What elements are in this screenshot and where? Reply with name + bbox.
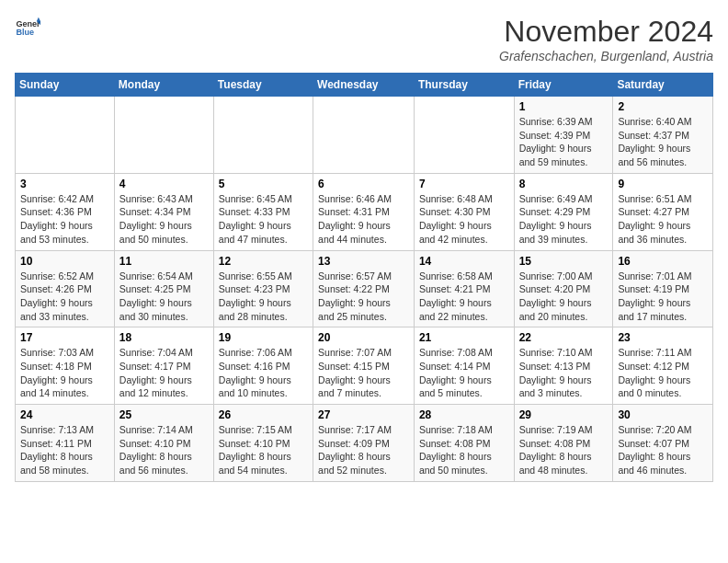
week-row-4: 17Sunrise: 7:03 AM Sunset: 4:18 PM Dayli… <box>16 327 713 405</box>
day-cell: 17Sunrise: 7:03 AM Sunset: 4:18 PM Dayli… <box>16 327 115 405</box>
day-cell: 16Sunrise: 7:01 AM Sunset: 4:19 PM Dayli… <box>613 250 713 327</box>
day-cell: 4Sunrise: 6:43 AM Sunset: 4:34 PM Daylig… <box>114 173 213 250</box>
day-number: 18 <box>119 331 209 344</box>
day-cell: 28Sunrise: 7:18 AM Sunset: 4:08 PM Dayli… <box>414 405 514 482</box>
day-cell: 8Sunrise: 6:49 AM Sunset: 4:29 PM Daylig… <box>514 173 613 250</box>
day-cell <box>114 97 213 174</box>
day-number: 25 <box>119 408 209 421</box>
day-number: 4 <box>119 178 209 190</box>
day-info: Sunrise: 6:55 AM Sunset: 4:23 PM Dayligh… <box>219 270 308 324</box>
day-cell: 15Sunrise: 7:00 AM Sunset: 4:20 PM Dayli… <box>514 250 613 327</box>
day-cell: 9Sunrise: 6:51 AM Sunset: 4:27 PM Daylig… <box>613 173 713 250</box>
day-number: 9 <box>618 178 708 190</box>
page-header: General Blue November 2024 Grafenschache… <box>15 15 713 63</box>
day-cell <box>414 97 514 174</box>
day-number: 19 <box>219 331 308 344</box>
day-cell <box>16 97 115 174</box>
svg-text:Blue: Blue <box>16 28 34 37</box>
day-number: 17 <box>20 331 109 344</box>
day-info: Sunrise: 6:49 AM Sunset: 4:29 PM Dayligh… <box>519 192 609 247</box>
day-info: Sunrise: 7:00 AM Sunset: 4:20 PM Dayligh… <box>519 270 609 324</box>
day-number: 1 <box>519 100 609 113</box>
day-cell: 27Sunrise: 7:17 AM Sunset: 4:09 PM Dayli… <box>313 405 415 482</box>
location: Grafenschachen, Burgenland, Austria <box>499 49 713 63</box>
weekday-header-monday: Monday <box>114 74 213 97</box>
day-cell: 24Sunrise: 7:13 AM Sunset: 4:11 PM Dayli… <box>16 405 115 482</box>
day-number: 11 <box>119 255 209 268</box>
day-cell: 2Sunrise: 6:40 AM Sunset: 4:37 PM Daylig… <box>613 97 713 174</box>
day-cell: 1Sunrise: 6:39 AM Sunset: 4:39 PM Daylig… <box>514 97 613 174</box>
day-info: Sunrise: 7:10 AM Sunset: 4:13 PM Dayligh… <box>519 346 609 400</box>
day-info: Sunrise: 6:40 AM Sunset: 4:37 PM Dayligh… <box>618 115 708 169</box>
day-number: 12 <box>219 255 308 268</box>
day-cell <box>313 97 415 174</box>
day-cell: 18Sunrise: 7:04 AM Sunset: 4:17 PM Dayli… <box>114 327 213 405</box>
day-number: 22 <box>519 331 609 344</box>
day-info: Sunrise: 7:18 AM Sunset: 4:08 PM Dayligh… <box>419 423 509 477</box>
weekday-header-friday: Friday <box>514 74 613 97</box>
day-info: Sunrise: 6:46 AM Sunset: 4:31 PM Dayligh… <box>318 192 409 247</box>
weekday-header-row: SundayMondayTuesdayWednesdayThursdayFrid… <box>16 74 713 97</box>
day-cell: 25Sunrise: 7:14 AM Sunset: 4:10 PM Dayli… <box>114 405 213 482</box>
day-cell: 22Sunrise: 7:10 AM Sunset: 4:13 PM Dayli… <box>514 327 613 405</box>
logo-icon: General Blue <box>15 15 40 40</box>
day-number: 29 <box>519 408 609 421</box>
day-cell: 13Sunrise: 6:57 AM Sunset: 4:22 PM Dayli… <box>313 250 415 327</box>
day-cell: 19Sunrise: 7:06 AM Sunset: 4:16 PM Dayli… <box>213 327 313 405</box>
day-cell: 26Sunrise: 7:15 AM Sunset: 4:10 PM Dayli… <box>213 405 313 482</box>
day-info: Sunrise: 6:54 AM Sunset: 4:25 PM Dayligh… <box>119 270 209 324</box>
day-info: Sunrise: 7:06 AM Sunset: 4:16 PM Dayligh… <box>219 346 308 400</box>
weekday-header-thursday: Thursday <box>414 74 514 97</box>
week-row-3: 10Sunrise: 6:52 AM Sunset: 4:26 PM Dayli… <box>16 250 713 327</box>
day-info: Sunrise: 6:39 AM Sunset: 4:39 PM Dayligh… <box>519 115 609 169</box>
day-cell: 6Sunrise: 6:46 AM Sunset: 4:31 PM Daylig… <box>313 173 415 250</box>
day-number: 10 <box>20 255 109 268</box>
day-number: 23 <box>618 331 708 344</box>
day-info: Sunrise: 7:07 AM Sunset: 4:15 PM Dayligh… <box>318 346 409 400</box>
day-info: Sunrise: 7:14 AM Sunset: 4:10 PM Dayligh… <box>119 423 209 477</box>
day-cell: 12Sunrise: 6:55 AM Sunset: 4:23 PM Dayli… <box>213 250 313 327</box>
day-number: 15 <box>519 255 609 268</box>
day-info: Sunrise: 7:01 AM Sunset: 4:19 PM Dayligh… <box>618 270 708 324</box>
logo: General Blue <box>15 15 40 40</box>
day-info: Sunrise: 7:13 AM Sunset: 4:11 PM Dayligh… <box>20 423 109 477</box>
day-number: 14 <box>419 255 509 268</box>
day-info: Sunrise: 6:45 AM Sunset: 4:33 PM Dayligh… <box>219 192 308 247</box>
month-title: November 2024 <box>499 15 713 49</box>
weekday-header-wednesday: Wednesday <box>313 74 415 97</box>
day-cell: 21Sunrise: 7:08 AM Sunset: 4:14 PM Dayli… <box>414 327 514 405</box>
day-cell: 14Sunrise: 6:58 AM Sunset: 4:21 PM Dayli… <box>414 250 514 327</box>
week-row-5: 24Sunrise: 7:13 AM Sunset: 4:11 PM Dayli… <box>16 405 713 482</box>
day-cell: 29Sunrise: 7:19 AM Sunset: 4:08 PM Dayli… <box>514 405 613 482</box>
day-cell: 30Sunrise: 7:20 AM Sunset: 4:07 PM Dayli… <box>613 405 713 482</box>
svg-text:General: General <box>16 19 40 29</box>
day-cell: 20Sunrise: 7:07 AM Sunset: 4:15 PM Dayli… <box>313 327 415 405</box>
day-cell: 11Sunrise: 6:54 AM Sunset: 4:25 PM Dayli… <box>114 250 213 327</box>
day-number: 24 <box>20 408 109 421</box>
day-number: 20 <box>318 331 409 344</box>
day-info: Sunrise: 7:04 AM Sunset: 4:17 PM Dayligh… <box>119 346 209 400</box>
day-number: 30 <box>618 408 708 421</box>
weekday-header-tuesday: Tuesday <box>213 74 313 97</box>
day-cell: 3Sunrise: 6:42 AM Sunset: 4:36 PM Daylig… <box>16 173 115 250</box>
week-row-2: 3Sunrise: 6:42 AM Sunset: 4:36 PM Daylig… <box>16 173 713 250</box>
day-info: Sunrise: 6:58 AM Sunset: 4:21 PM Dayligh… <box>419 270 509 324</box>
day-cell: 10Sunrise: 6:52 AM Sunset: 4:26 PM Dayli… <box>16 250 115 327</box>
day-info: Sunrise: 7:03 AM Sunset: 4:18 PM Dayligh… <box>20 346 109 400</box>
day-info: Sunrise: 6:52 AM Sunset: 4:26 PM Dayligh… <box>20 270 109 324</box>
day-number: 28 <box>419 408 509 421</box>
day-cell: 5Sunrise: 6:45 AM Sunset: 4:33 PM Daylig… <box>213 173 313 250</box>
day-info: Sunrise: 6:48 AM Sunset: 4:30 PM Dayligh… <box>419 192 509 247</box>
day-cell: 23Sunrise: 7:11 AM Sunset: 4:12 PM Dayli… <box>613 327 713 405</box>
day-number: 5 <box>219 178 308 190</box>
day-number: 13 <box>318 255 409 268</box>
day-number: 27 <box>318 408 409 421</box>
week-row-1: 1Sunrise: 6:39 AM Sunset: 4:39 PM Daylig… <box>16 97 713 174</box>
day-number: 26 <box>219 408 308 421</box>
day-number: 21 <box>419 331 509 344</box>
calendar-table: SundayMondayTuesdayWednesdayThursdayFrid… <box>15 73 713 482</box>
day-number: 8 <box>519 178 609 190</box>
day-number: 2 <box>618 100 708 113</box>
day-info: Sunrise: 7:17 AM Sunset: 4:09 PM Dayligh… <box>318 423 409 477</box>
day-number: 7 <box>419 178 509 190</box>
